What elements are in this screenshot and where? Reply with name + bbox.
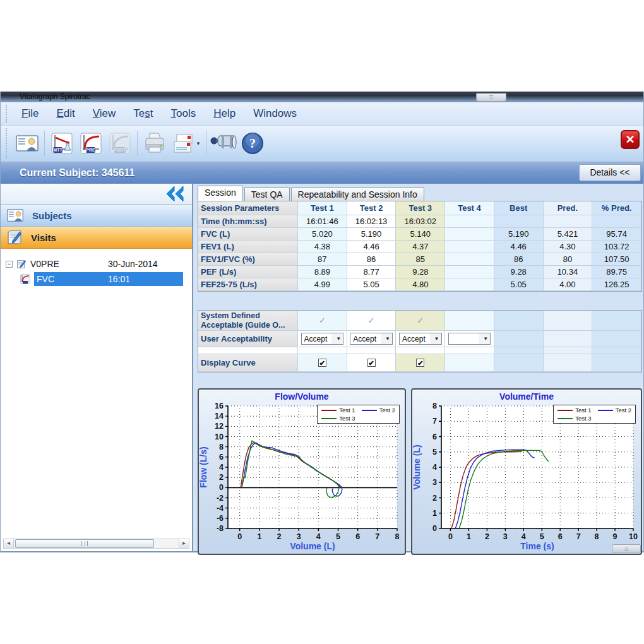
display-curve-cell: ✔ (298, 354, 347, 372)
pre-test-icon: PRE (78, 131, 104, 156)
value-cell: 89.75 (592, 266, 641, 278)
tab-repeatability[interactable]: Repeatability and Session Info (291, 188, 424, 201)
tab-strip: Session Test QA Repeatability and Sessio… (198, 186, 642, 201)
sidebar-item-visits[interactable]: Visits (1, 227, 192, 249)
value-cell: 4.38 (298, 241, 347, 253)
print-button[interactable] (140, 129, 169, 158)
chart-title: Volume/Time (412, 391, 641, 402)
spacer-cell (396, 347, 445, 354)
subject-bar: Current Subject: 345611 Details << (1, 161, 643, 184)
sidebar-item-subjects[interactable]: Subjects (1, 205, 192, 227)
svg-text:5: 5 (540, 532, 544, 541)
svg-text:8: 8 (219, 443, 224, 451)
visit-date: 30-Jun-2014 (108, 259, 174, 269)
chevron-down-icon[interactable]: ▾ (197, 140, 200, 146)
svg-text:Volume (L): Volume (L) (412, 444, 422, 489)
svg-text:5: 5 (336, 532, 340, 541)
scroll-left-icon[interactable]: ◄ (4, 539, 14, 548)
spirometer-device-icon (209, 131, 238, 156)
check-icon: ✓ (368, 316, 375, 325)
display-curve-checkbox[interactable]: ✔ (318, 359, 326, 367)
value-cell (544, 354, 593, 372)
subject-button[interactable] (13, 129, 42, 158)
menu-tools[interactable]: Tools (162, 105, 205, 122)
report-email-button[interactable]: ▾ (169, 129, 203, 158)
scrollbar-thumb[interactable] (15, 539, 154, 548)
acceptability-dropdown[interactable]: Accept (350, 333, 393, 345)
row-label: User Acceptability (198, 331, 298, 347)
value-cell: 4.37 (396, 241, 445, 253)
value-cell: 16:01:46 (298, 215, 347, 228)
tree-item-visit[interactable]: − V0PRE 30-Jun-2014 (1, 256, 192, 271)
svg-text:6: 6 (219, 453, 224, 462)
display-curve-checkbox[interactable]: ✔ (416, 359, 424, 367)
value-cell (592, 331, 641, 347)
bottom-collapse-button[interactable]: △ (612, 544, 641, 552)
column-header: % Pred. (592, 201, 641, 215)
value-cell: 5.190 (347, 228, 397, 241)
horizontal-scrollbar[interactable]: ◄ ► (3, 539, 189, 549)
tree-item-test[interactable]: FVC 16:01 (1, 271, 192, 287)
charts-row: Flow/Volume 012345678-8-6-4-202468101214… (198, 388, 642, 555)
value-cell: 85 (396, 253, 445, 266)
menu-test[interactable]: Test (124, 105, 162, 122)
acceptability-dropdown[interactable] (448, 333, 491, 345)
svg-text:10: 10 (629, 532, 638, 541)
session-parameters-table: Session ParametersTest 1Test 2Test 3Test… (198, 201, 642, 292)
scrollbar-track[interactable] (14, 539, 179, 548)
svg-text:6: 6 (432, 432, 437, 441)
collapse-panel-icon[interactable] (164, 185, 186, 203)
navigation-panel: Subjects Visits − (1, 184, 193, 551)
menu-edit[interactable]: Edit (47, 105, 83, 122)
legend-entry: Test 2 (362, 406, 395, 414)
menu-view[interactable]: View (84, 105, 125, 122)
spacer-cell (445, 347, 494, 354)
value-cell (592, 311, 641, 331)
tree-collapse-icon[interactable]: − (6, 261, 13, 268)
menu-bar: FileEditViewTestToolsHelpWindows (1, 102, 643, 126)
spacer-cell (198, 347, 298, 354)
svg-text:4: 4 (316, 532, 321, 541)
flow-volume-plot: 012345678-8-6-4-20246810121416Volume (L)… (199, 402, 402, 551)
menu-windows[interactable]: Windows (244, 105, 306, 122)
visit-tree: − V0PRE 30-Jun-2014 (1, 249, 192, 539)
column-header: Test 2 (347, 201, 397, 215)
mtt-test-button[interactable]: MTT (47, 129, 76, 158)
user-acceptability-cell: Accept (347, 331, 397, 347)
details-button[interactable]: Details << (579, 164, 641, 181)
test-time: 16:01 (108, 274, 174, 284)
value-cell: 103.72 (592, 241, 641, 253)
acceptability-dropdown[interactable]: Accept (399, 333, 442, 345)
display-curve-checkbox[interactable]: ✔ (367, 359, 376, 367)
toolbar-separator (206, 131, 206, 156)
value-cell: 10.34 (544, 266, 593, 278)
menu-file[interactable]: File (13, 105, 47, 122)
close-button[interactable]: ✕ (621, 130, 640, 149)
value-cell: 5.140 (396, 228, 445, 241)
chart-title: Flow/Volume (199, 391, 405, 402)
ribbon-collapse-tab[interactable]: ▽ (476, 93, 506, 102)
value-cell (494, 354, 544, 372)
svg-text:2: 2 (277, 532, 282, 541)
svg-text:16: 16 (215, 402, 224, 410)
scroll-right-icon[interactable]: ► (179, 539, 189, 548)
svg-text:Volume (L): Volume (L) (290, 541, 335, 551)
chart-legend: Test 1Test 2Test 3 (317, 405, 400, 424)
spacer-cell (494, 347, 544, 354)
legend-entry: Test 1 (321, 406, 355, 414)
tab-test-qa[interactable]: Test QA (244, 188, 290, 201)
row-label: FEF25-75 (L/s) (198, 278, 298, 291)
title-bar[interactable]: Vitalograph Spirotrac ▽ (1, 92, 643, 102)
help-button[interactable]: ? (238, 129, 267, 158)
value-cell: 5.020 (298, 228, 347, 241)
acceptability-dropdown[interactable]: Accept (301, 333, 343, 345)
value-cell: 126.25 (592, 278, 641, 291)
tab-session[interactable]: Session (198, 186, 243, 201)
device-button[interactable] (209, 129, 238, 158)
selected-test-row[interactable]: FVC 16:01 (34, 272, 183, 286)
svg-text:POST: POST (114, 148, 126, 152)
value-cell (544, 311, 593, 331)
system-acceptable-cell (445, 311, 494, 331)
pre-test-button[interactable]: PRE (76, 129, 105, 158)
menu-help[interactable]: Help (205, 105, 244, 122)
